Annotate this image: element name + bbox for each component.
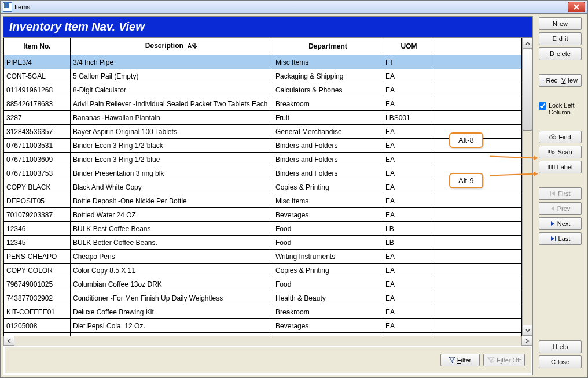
prev-button[interactable]: Prev <box>539 202 582 215</box>
table-row[interactable]: PENS-CHEAPOCheapo PensWriting Instrument… <box>4 250 522 264</box>
cell-desc: Columbian Coffee 13oz DRK <box>71 277 273 291</box>
cell-uom: EA <box>383 153 435 166</box>
new-button[interactable]: New <box>539 17 582 30</box>
cell-desc: Diet Pepsi Cola. 12 Oz. <box>71 319 273 333</box>
svg-line-11 <box>554 154 556 155</box>
close-button[interactable]: Close <box>539 355 582 368</box>
funnel-icon <box>449 357 455 363</box>
table-header-row: Item No. Description A Z Department UOM <box>4 38 522 55</box>
table-row[interactable]: 312843536357Bayer Aspirin Original 100 T… <box>4 125 522 139</box>
table-row[interactable]: 12345BULK Better Coffee Beans.FoodLB <box>4 236 522 250</box>
window-close-button[interactable] <box>568 2 585 12</box>
table-row[interactable]: KIT-COFFEE01Deluxe Coffee Brewing KitBre… <box>4 305 522 319</box>
col-header-blank <box>435 38 522 55</box>
svg-rect-2 <box>543 80 544 80</box>
filter-button[interactable]: Filter <box>440 354 480 366</box>
first-button[interactable]: First <box>539 187 582 200</box>
horizontal-scrollbar[interactable] <box>3 336 532 346</box>
label-button[interactable]: Label <box>539 161 582 173</box>
cell-dept: Food <box>273 236 383 250</box>
next-icon <box>550 221 555 226</box>
table-row[interactable]: 076711003609Binder Econ 3 Ring 1/2"blueB… <box>4 153 522 166</box>
cell-desc: BULK Best Coffee Beans <box>71 222 273 236</box>
cell-item: CONT-5GAL <box>4 69 71 83</box>
scroll-right-button[interactable] <box>521 336 532 346</box>
table-row[interactable]: PIPE3/43/4 Inch PipeMisc ItemsFT <box>4 55 522 69</box>
filter-off-button[interactable]: Filter Off <box>483 354 525 366</box>
cell-blank <box>435 250 522 264</box>
table-row[interactable]: 885426178683Advil Pain Reliever -Individ… <box>4 97 522 111</box>
table-row[interactable]: 3287Bananas -Hawaiian PlantainFruitLBS00… <box>4 111 522 125</box>
app-icon <box>3 2 12 12</box>
callout-alt-8: Alt-8 <box>449 132 483 148</box>
scroll-thumb[interactable] <box>523 49 532 131</box>
barcode-search-icon <box>548 149 555 155</box>
table-row[interactable]: CONT-5GAL5 Gallon Pail (Empty)Packaging … <box>4 69 522 83</box>
cell-desc: 5 Gallon Pail (Empty) <box>71 69 273 83</box>
cell-item: 076711003609 <box>4 153 71 166</box>
cell-item: 796749001025 <box>4 277 71 291</box>
lock-left-column-checkbox[interactable]: Lock Left Column <box>539 102 582 116</box>
next-button[interactable]: Next <box>539 217 582 230</box>
cell-dept: Beverages <box>273 319 383 333</box>
svg-rect-17 <box>550 191 551 196</box>
table-row[interactable]: 743877032902Conditioner -For Men Finish … <box>4 291 522 305</box>
cell-item: KIT-COFFEE01 <box>4 305 71 319</box>
cell-blank <box>435 194 522 208</box>
cell-uom: EA <box>383 305 435 319</box>
cell-blank <box>435 305 522 319</box>
svg-point-5 <box>550 136 553 139</box>
chevron-up-icon <box>525 41 530 46</box>
main-panel: Inventory Item Nav. View Item No. <box>3 16 533 375</box>
col-header-description[interactable]: Description A Z <box>71 38 273 55</box>
scroll-down-button[interactable] <box>523 325 532 336</box>
prev-icon <box>550 206 555 211</box>
cell-uom: EA <box>383 264 435 277</box>
edit-button[interactable]: Edit <box>539 32 582 45</box>
cell-blank <box>435 264 522 277</box>
table-row[interactable]: 701079203387Bottled Water 24 OZBeverages… <box>4 208 522 222</box>
table-row[interactable]: DEPOSIT05Bottle Deposit -One Nickle Per … <box>4 194 522 208</box>
cell-desc: Bottle Deposit -One Nickle Per Bottle <box>71 194 273 208</box>
table-row[interactable]: COPY BLACKBlack And White CopyCopies & P… <box>4 180 522 194</box>
hscroll-track[interactable] <box>14 336 521 346</box>
cell-item: PENS-CHEAPO <box>4 250 71 264</box>
cell-dept: Copies & Printing <box>273 180 383 194</box>
cell-desc: Cheapo Pens <box>71 250 273 264</box>
chevron-down-icon <box>525 328 530 333</box>
table-row[interactable]: COPY COLORColor Copy 8.5 X 11Copies & Pr… <box>4 264 522 277</box>
col-header-department[interactable]: Department <box>273 38 383 55</box>
cell-item: 312843536357 <box>4 125 71 139</box>
delete-button[interactable]: Delete <box>539 47 582 60</box>
cell-uom: EA <box>383 125 435 139</box>
col-header-item[interactable]: Item No. <box>4 38 71 55</box>
last-button[interactable]: Last <box>539 232 582 245</box>
table-row[interactable]: 0114919612688-Digit CalculatorCalculator… <box>4 83 522 97</box>
svg-point-6 <box>553 136 556 139</box>
lock-left-checkbox-input[interactable] <box>539 102 546 110</box>
cell-desc: Conditioner -For Men Finish Up Daily Wei… <box>71 291 273 305</box>
scroll-up-button[interactable] <box>523 38 532 49</box>
table-row[interactable]: 076711003753Binder Presentation 3 ring b… <box>4 166 522 180</box>
scroll-left-button[interactable] <box>3 336 14 346</box>
col-header-uom[interactable]: UOM <box>383 38 435 55</box>
cell-item: 01205008 <box>4 319 71 333</box>
table-row[interactable]: 076711003531Binder Econ 3 Ring 1/2"black… <box>4 139 522 153</box>
cell-dept: Copies & Printing <box>273 264 383 277</box>
cell-blank <box>435 55 522 69</box>
cell-desc: 3/4 Inch Pipe <box>71 55 273 69</box>
table-row[interactable]: 12346BULK Best Coffee BeansFoodLB <box>4 222 522 236</box>
cell-item: 076711003753 <box>4 166 71 180</box>
help-button[interactable]: Help <box>539 340 582 353</box>
rec-view-button[interactable]: Rec. View <box>539 74 582 87</box>
find-button[interactable]: Find <box>539 131 582 143</box>
scan-button[interactable]: Scan <box>539 146 582 158</box>
cell-blank <box>435 319 522 333</box>
scroll-track[interactable] <box>523 49 532 325</box>
table-row[interactable]: 796749001025Columbian Coffee 13oz DRKFoo… <box>4 277 522 291</box>
vertical-scrollbar[interactable] <box>522 38 532 336</box>
table-row[interactable]: 01205008Diet Pepsi Cola. 12 Oz.Beverages… <box>4 319 522 333</box>
cell-item: 12346 <box>4 222 71 236</box>
cell-uom: EA <box>383 319 435 333</box>
cell-item: 701079203387 <box>4 208 71 222</box>
